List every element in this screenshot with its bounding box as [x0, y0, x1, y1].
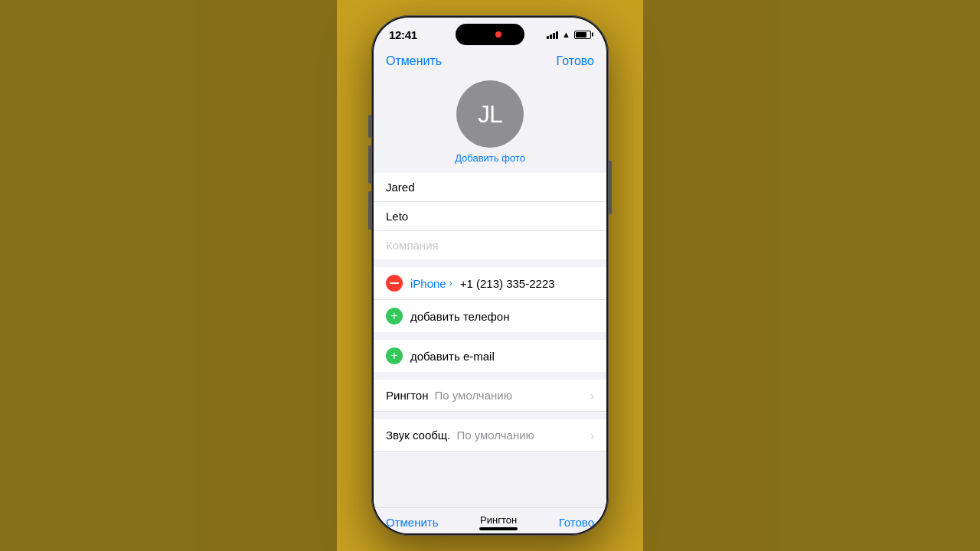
dynamic-island	[456, 24, 524, 45]
background-right	[643, 0, 980, 551]
volume-up-button	[368, 145, 371, 184]
minus-icon	[390, 282, 399, 284]
first-name-input[interactable]	[386, 181, 594, 194]
bottom-done-button[interactable]: Готово	[559, 516, 594, 529]
ringtone-label: Рингтон	[386, 389, 428, 402]
signal-bar-2	[550, 34, 552, 39]
phone-number-value[interactable]: +1 (213) 335-2223	[460, 277, 555, 290]
status-time: 12:41	[389, 28, 417, 41]
content: Отменить Готово JL Добавить фото	[374, 51, 606, 533]
ringtone-chevron-icon: ›	[590, 390, 594, 402]
signal-bar-4	[556, 31, 558, 39]
add-phone-button[interactable]: +	[386, 308, 403, 324]
ringtone-row[interactable]: Рингтон По умолчанию ›	[374, 380, 606, 412]
phone-row: iPhone › +1 (213) 335-2223	[374, 267, 606, 300]
remove-phone-button[interactable]	[386, 275, 403, 292]
avatar[interactable]: JL	[456, 80, 524, 148]
recording-dot	[495, 31, 501, 37]
plus-email-icon: +	[390, 350, 397, 362]
gap-4	[374, 412, 606, 419]
first-name-row	[374, 173, 606, 202]
nav-bar: Отменить Готово	[374, 51, 606, 74]
bottom-cancel-button[interactable]: Отменить	[386, 516, 439, 529]
status-bar: 12:41 ▲	[374, 18, 606, 51]
wifi-icon: ▲	[562, 30, 570, 39]
phone-type-label[interactable]: iPhone	[410, 277, 446, 290]
add-photo-button[interactable]: Добавить фото	[455, 152, 525, 164]
gap-1	[374, 259, 606, 267]
company-input[interactable]	[386, 239, 594, 252]
avatar-initials: JL	[478, 100, 502, 129]
message-sound-chevron-icon: ›	[590, 429, 594, 442]
name-section	[374, 173, 606, 259]
phone-section: iPhone › +1 (213) 335-2223 + добавить те…	[374, 267, 606, 332]
volume-down-button	[368, 191, 371, 230]
signal-bar-1	[547, 36, 549, 39]
message-sound-value: По умолчанию	[456, 429, 590, 442]
gap-3	[374, 372, 606, 380]
add-phone-label: добавить телефон	[410, 310, 510, 323]
message-sound-section: Звук сообщ. По умолчанию ›	[374, 419, 606, 452]
done-button[interactable]: Готово	[557, 54, 594, 68]
add-email-label: добавить e-mail	[410, 350, 495, 363]
status-icons: ▲	[547, 30, 591, 39]
add-phone-row[interactable]: + добавить телефон	[374, 300, 606, 332]
bottom-bar: Отменить Рингтон Готово	[374, 507, 606, 533]
battery-icon	[574, 31, 591, 39]
signal-bars	[547, 30, 558, 39]
message-sound-label: Звук сообщ.	[386, 429, 450, 442]
spacer	[374, 452, 606, 507]
plus-icon: +	[390, 310, 397, 322]
last-name-row	[374, 202, 606, 231]
message-sound-row[interactable]: Звук сообщ. По умолчанию ›	[374, 419, 606, 452]
phone-frame: 12:41 ▲	[371, 15, 609, 536]
mute-button	[368, 115, 371, 138]
phone-type-chevron: ›	[449, 278, 452, 289]
cancel-button[interactable]: Отменить	[386, 54, 442, 68]
ringtone-value: По умолчанию	[434, 389, 590, 402]
last-name-input[interactable]	[386, 210, 594, 223]
bottom-tab-label: Рингтон	[480, 514, 517, 526]
ringtone-section: Рингтон По умолчанию ›	[374, 380, 606, 412]
battery-fill	[576, 32, 586, 37]
company-row	[374, 231, 606, 259]
background-left	[0, 0, 337, 551]
power-button	[609, 161, 612, 214]
bottom-center: Рингтон	[479, 514, 518, 530]
email-section: + добавить e-mail	[374, 340, 606, 372]
phone-screen: 12:41 ▲	[374, 18, 606, 533]
gap-2	[374, 332, 606, 340]
avatar-section: JL Добавить фото	[374, 74, 606, 173]
signal-bar-3	[553, 33, 555, 39]
add-email-button[interactable]: +	[386, 347, 403, 364]
add-email-row[interactable]: + добавить e-mail	[374, 340, 606, 372]
phone-wrapper: 12:41 ▲	[371, 15, 609, 536]
home-indicator	[479, 527, 518, 530]
